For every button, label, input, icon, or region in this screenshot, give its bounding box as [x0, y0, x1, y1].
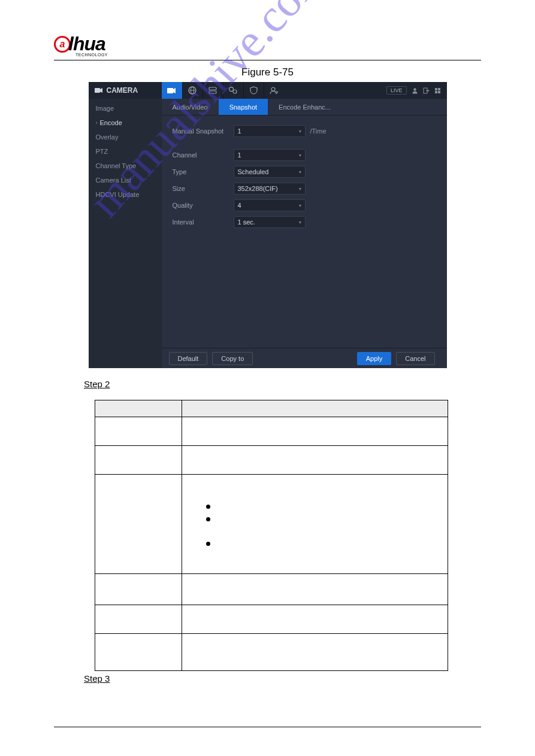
- label-interval: Interval: [173, 218, 234, 226]
- logo-subtitle: TECHNOLOGY: [75, 53, 481, 57]
- label-manual-snapshot: Manual Snapshot: [173, 127, 234, 135]
- copy-to-button[interactable]: Copy to: [212, 352, 253, 365]
- form: Manual Snapshot 1 ▾ /Time Channel 1 ▾: [162, 116, 447, 238]
- footer: Default Copy to Apply Cancel: [162, 348, 447, 368]
- suffix-time: /Time: [310, 127, 327, 135]
- user-small-icon[interactable]: [412, 87, 418, 94]
- select-value: 1: [238, 151, 241, 159]
- app-title-text: CAMERA: [107, 86, 138, 95]
- app-window: CAMERA: [89, 82, 447, 368]
- label-channel: Channel: [173, 151, 234, 159]
- nav-shield-icon[interactable]: [243, 82, 264, 99]
- nav-icons: [162, 82, 375, 99]
- chevron-down-icon: ▾: [299, 220, 301, 225]
- chevron-down-icon: ▾: [299, 169, 301, 175]
- sidebar-item-ptz[interactable]: PTZ: [89, 144, 162, 159]
- tab-label: Audio/Video: [173, 104, 208, 111]
- chevron-down-icon: ▾: [299, 186, 301, 192]
- sidebar-item-label: Channel Type: [96, 162, 137, 169]
- sidebar-item-label: Image: [96, 105, 114, 112]
- tab-snapshot[interactable]: Snapshot: [219, 99, 268, 115]
- tab-encode-enhance[interactable]: Encode Enhanc...: [268, 99, 341, 115]
- sidebar: Image ›Encode Overlay PTZ Channel Type C…: [89, 99, 162, 368]
- bullet-icon: [206, 542, 210, 546]
- select-interval[interactable]: 1 sec. ▾: [234, 216, 306, 228]
- table-cell: [95, 475, 182, 574]
- button-label: Default: [178, 355, 199, 362]
- svg-point-7: [229, 87, 234, 92]
- nav-user-icon[interactable]: [264, 82, 284, 99]
- sidebar-item-label: Encode: [100, 119, 122, 126]
- select-channel[interactable]: 1 ▾: [234, 149, 306, 161]
- select-type[interactable]: Scheduled ▾: [234, 166, 306, 178]
- apply-button[interactable]: Apply: [357, 352, 392, 365]
- sidebar-item-image[interactable]: Image: [89, 101, 162, 116]
- grid-icon[interactable]: [434, 87, 441, 94]
- nav-camera-icon[interactable]: [162, 82, 182, 99]
- table-cell: [182, 605, 448, 634]
- bullet-icon: [206, 517, 210, 521]
- sidebar-item-encode[interactable]: ›Encode: [89, 116, 162, 130]
- live-badge[interactable]: LIVE: [386, 86, 407, 95]
- nav-gear-icon[interactable]: [223, 82, 243, 99]
- chevron-down-icon: ▾: [299, 153, 301, 158]
- logo: a lhua TECHNOLOGY: [54, 33, 481, 57]
- select-value: Scheduled: [238, 168, 269, 175]
- figure-caption: Figure 5-75: [54, 66, 481, 78]
- sidebar-item-label: Camera List: [96, 177, 131, 184]
- svg-point-11: [413, 88, 416, 90]
- select-value: 4: [238, 202, 241, 209]
- svg-rect-16: [438, 91, 440, 93]
- tab-label: Snapshot: [229, 104, 257, 111]
- cancel-button[interactable]: Cancel: [396, 352, 434, 365]
- sidebar-item-label: PTZ: [96, 148, 108, 155]
- sidebar-item-hdcvi-update[interactable]: HDCVI Update: [89, 187, 162, 202]
- label-quality: Quality: [173, 202, 234, 209]
- svg-rect-13: [435, 88, 437, 90]
- sidebar-item-channel-type[interactable]: Channel Type: [89, 159, 162, 173]
- table-cell: [95, 574, 182, 605]
- svg-rect-5: [209, 87, 216, 90]
- camera-icon: [95, 87, 103, 93]
- table-cell: [95, 605, 182, 634]
- app-title: CAMERA: [89, 82, 162, 99]
- bullet-list: [182, 482, 448, 566]
- table-cell: [182, 417, 448, 446]
- svg-rect-0: [95, 88, 100, 93]
- table-cell: [182, 446, 448, 475]
- tab-audio-video[interactable]: Audio/Video: [162, 99, 219, 115]
- header-rule: [54, 60, 481, 60]
- label-size: Size: [173, 185, 234, 192]
- svg-point-10: [276, 91, 277, 93]
- chevron-down-icon: ▾: [299, 203, 301, 208]
- default-button[interactable]: Default: [169, 352, 208, 365]
- select-quality[interactable]: 4 ▾: [234, 199, 306, 211]
- select-value: 1: [238, 127, 241, 135]
- bullet-icon: [206, 505, 210, 509]
- label-type: Type: [173, 168, 234, 175]
- chevron-down-icon: ▾: [299, 129, 301, 134]
- app-titlebar: CAMERA: [89, 82, 447, 99]
- svg-point-8: [233, 90, 237, 93]
- select-value: 352x288(CIF): [238, 185, 278, 192]
- select-value: 1 sec.: [238, 218, 255, 226]
- step-2: Step 2: [84, 379, 481, 389]
- select-manual-snapshot[interactable]: 1 ▾: [234, 125, 306, 137]
- svg-rect-14: [438, 88, 440, 90]
- footer-rule: [54, 727, 481, 727]
- table-cell: [95, 417, 182, 446]
- parameter-table: [95, 400, 481, 671]
- table-cell: [182, 475, 448, 574]
- table-header: [95, 400, 182, 417]
- nav-storage-icon[interactable]: [202, 82, 223, 99]
- logout-icon[interactable]: [423, 87, 430, 94]
- nav-globe-icon[interactable]: [182, 82, 202, 99]
- select-size[interactable]: 352x288(CIF) ▾: [234, 183, 306, 195]
- sidebar-item-camera-list[interactable]: Camera List: [89, 173, 162, 187]
- svg-rect-1: [167, 88, 173, 93]
- table-header: [182, 400, 448, 417]
- svg-point-9: [271, 87, 275, 91]
- chevron-right-icon: ›: [96, 120, 98, 126]
- table-cell: [182, 574, 448, 605]
- sidebar-item-overlay[interactable]: Overlay: [89, 130, 162, 144]
